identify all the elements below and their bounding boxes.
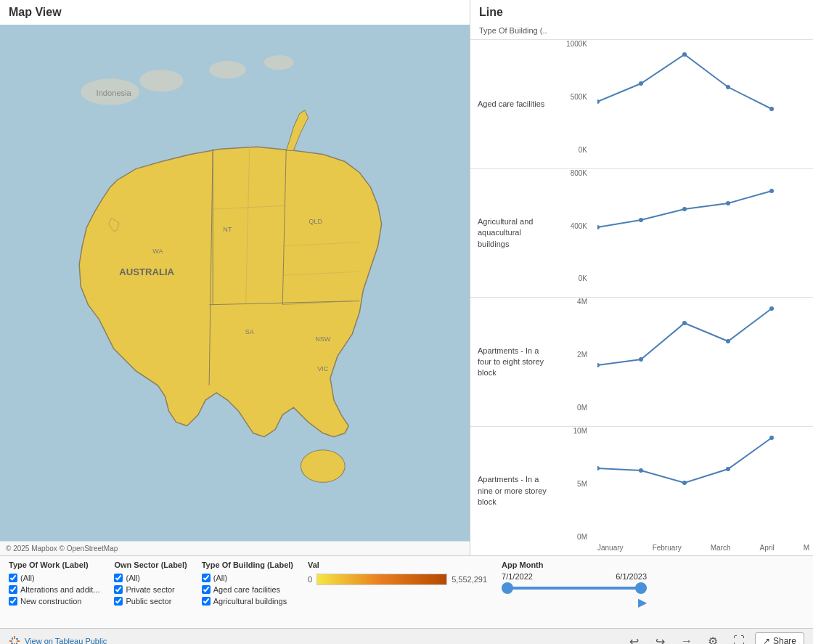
filter-value-work-alterations: Alterations and addit... bbox=[20, 585, 99, 594]
svg-point-31 bbox=[726, 201, 730, 205]
svg-text:SA: SA bbox=[245, 328, 255, 335]
filter-item-work-alterations[interactable]: Alterations and addit... bbox=[9, 585, 99, 594]
tableau-footer-left: View on Tableau Public bbox=[9, 635, 107, 644]
map-panel: Map View Indonesia bbox=[0, 0, 470, 555]
checkbox-work-all[interactable] bbox=[9, 574, 17, 582]
filter-item-sector-public[interactable]: Public sector bbox=[114, 597, 187, 606]
svg-point-27 bbox=[769, 107, 774, 111]
svg-point-41 bbox=[726, 467, 730, 471]
tableau-footer: View on Tableau Public ↩ ↪ → ⚙ ⛶ ↗ Share bbox=[0, 628, 813, 644]
checkbox-sector-private[interactable] bbox=[114, 585, 123, 594]
filter-group-sector: Own Sector (Label) (All) Private sector … bbox=[114, 561, 187, 606]
checkbox-building-agri[interactable] bbox=[202, 597, 211, 606]
y-axis-apt-9plus: 10M 5M 0M bbox=[557, 427, 590, 541]
y-axis-apt-4-8: 4M 2M 0M bbox=[557, 298, 590, 412]
filter-item-building-aged[interactable]: Aged care facilities bbox=[202, 585, 293, 594]
app-month-group: App Month 7/1/2022 6/1/2023 ▶ bbox=[502, 561, 647, 609]
app-month-start: 7/1/2022 bbox=[502, 572, 533, 581]
filter-value-work-new: New construction bbox=[20, 597, 81, 606]
chart-label-apt-4-8: Apartments - In a four to eight storey b… bbox=[470, 298, 557, 426]
svg-rect-43 bbox=[14, 636, 15, 639]
chart-row-agricultural: Agricultural and aquacultural buildings … bbox=[470, 168, 813, 298]
svg-point-32 bbox=[769, 189, 774, 193]
svg-point-38 bbox=[597, 466, 600, 470]
svg-point-25 bbox=[682, 52, 687, 57]
chart-row-aged-care: Aged care facilities 1000K 500K 0K bbox=[470, 39, 813, 168]
svg-text:QLD: QLD bbox=[309, 218, 322, 225]
chart-row-apt-4-8: Apartments - In a four to eight storey b… bbox=[470, 297, 813, 426]
x-label-jan: January bbox=[597, 544, 624, 552]
checkbox-sector-all[interactable] bbox=[114, 574, 123, 582]
checkbox-building-all[interactable] bbox=[202, 574, 211, 582]
filter-item-sector-all[interactable]: (All) bbox=[114, 574, 187, 582]
svg-point-24 bbox=[639, 81, 643, 86]
slider-thumb-right[interactable] bbox=[635, 582, 647, 594]
line-chart-apt-9plus bbox=[597, 431, 809, 541]
svg-point-39 bbox=[639, 468, 643, 473]
svg-point-35 bbox=[682, 321, 687, 325]
bottom-filters: Type Of Work (Label) (All) Alterations a… bbox=[0, 555, 813, 628]
svg-point-33 bbox=[597, 363, 600, 367]
chart-area-apt-9plus: 10M 5M 0M bbox=[557, 427, 813, 555]
val-max: 5,552,291 bbox=[452, 575, 487, 584]
slider-thumb-left[interactable] bbox=[502, 582, 513, 594]
svg-point-3 bbox=[209, 61, 246, 78]
line-chart-aged-care bbox=[597, 44, 809, 154]
chart-area-apt-4-8: 4M 2M 0M bbox=[557, 298, 813, 426]
filter-value-building-agri: Agricultural buildings bbox=[213, 597, 287, 606]
y-axis-agricultural: 800K 400K 0K bbox=[557, 169, 590, 283]
svg-text:Indonesia: Indonesia bbox=[97, 89, 132, 97]
svg-point-40 bbox=[682, 481, 687, 485]
slider-arrow[interactable]: ▶ bbox=[638, 595, 647, 609]
filter-group-building-type: Type Of Building (Label) (All) Aged care… bbox=[202, 561, 293, 606]
charts-scroll: Aged care facilities 1000K 500K 0K bbox=[470, 39, 813, 555]
tableau-icon bbox=[9, 635, 20, 644]
svg-rect-47 bbox=[12, 637, 13, 640]
val-scale-group: Val 0 5,552,291 bbox=[308, 561, 487, 585]
filter-item-building-all[interactable]: (All) bbox=[202, 574, 293, 582]
filter-item-sector-private[interactable]: Private sector bbox=[114, 585, 187, 594]
chart-label-apt-9plus: Apartments - In a nine or more storey bl… bbox=[470, 427, 557, 555]
redo-button[interactable]: ↪ bbox=[650, 631, 671, 644]
filter-value-sector-private: Private sector bbox=[126, 585, 174, 594]
svg-point-29 bbox=[639, 218, 643, 222]
settings-button[interactable]: ⚙ bbox=[703, 631, 723, 644]
slider-fill bbox=[502, 587, 647, 590]
chart-area-agricultural: 800K 400K 0K bbox=[557, 169, 813, 298]
val-scale-label: Val bbox=[308, 561, 487, 569]
share-button[interactable]: ↗ Share bbox=[755, 632, 804, 644]
filter-value-building-all: (All) bbox=[213, 574, 228, 582]
filter-value-building-aged: Aged care facilities bbox=[213, 585, 280, 594]
svg-rect-46 bbox=[17, 640, 20, 642]
svg-text:VIC: VIC bbox=[317, 365, 329, 372]
x-label-apr: April bbox=[760, 544, 775, 552]
tableau-link[interactable]: View on Tableau Public bbox=[25, 637, 107, 644]
val-min: 0 bbox=[308, 575, 312, 584]
undo-button[interactable]: ↩ bbox=[624, 631, 645, 644]
filter-item-building-agri[interactable]: Agricultural buildings bbox=[202, 597, 293, 606]
checkbox-building-aged[interactable] bbox=[202, 585, 211, 594]
map-svg: Indonesia AUSTRALIA WA bbox=[0, 25, 470, 541]
checkbox-sector-public[interactable] bbox=[114, 597, 123, 606]
filter-item-work-all[interactable]: (All) bbox=[9, 574, 99, 582]
x-label-feb: February bbox=[653, 544, 682, 552]
svg-point-26 bbox=[726, 85, 730, 89]
y-axis-aged-care: 1000K 500K 0K bbox=[557, 40, 590, 154]
checkbox-work-new[interactable] bbox=[9, 597, 17, 606]
svg-text:NT: NT bbox=[223, 226, 232, 233]
checkbox-work-alterations[interactable] bbox=[9, 585, 17, 594]
fullscreen-button[interactable]: ⛶ bbox=[729, 631, 749, 644]
chart-area-aged-care: 1000K 500K 0K bbox=[557, 40, 813, 168]
app-month-dates: 7/1/2022 6/1/2023 bbox=[502, 572, 647, 581]
share-icon: ↗ bbox=[763, 636, 770, 644]
share-label: Share bbox=[773, 636, 796, 644]
main-container: Map View Indonesia bbox=[0, 0, 813, 644]
x-label-m: M bbox=[804, 544, 809, 552]
tableau-footer-right: ↩ ↪ → ⚙ ⛶ ↗ Share bbox=[624, 631, 804, 644]
svg-text:NSW: NSW bbox=[315, 335, 331, 343]
filter-value-work-all: (All) bbox=[20, 574, 35, 582]
filter-item-work-new[interactable]: New construction bbox=[9, 597, 99, 606]
app-month-slider[interactable] bbox=[502, 587, 647, 590]
map-footer: © 2025 Mapbox © OpenStreetMap bbox=[0, 541, 470, 555]
forward-button[interactable]: → bbox=[677, 631, 697, 644]
